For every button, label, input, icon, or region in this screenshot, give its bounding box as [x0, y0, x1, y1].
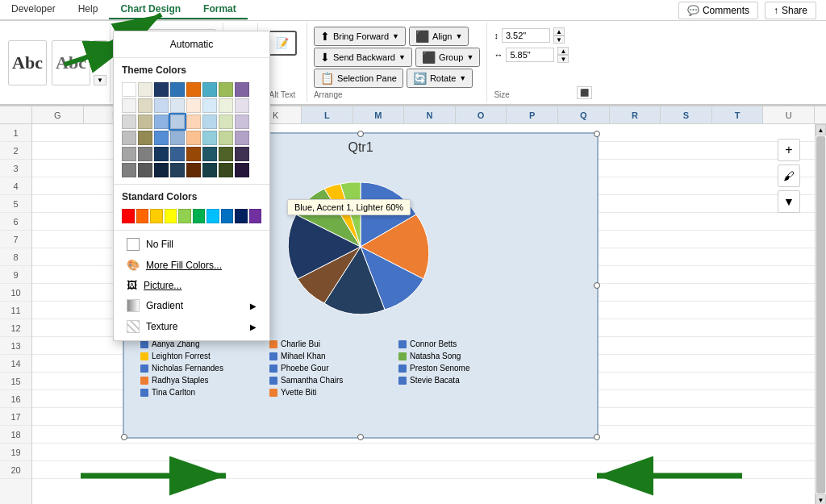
color-632b04[interactable]	[186, 163, 201, 177]
std-color-yellow[interactable]	[165, 209, 177, 223]
color-92cddc[interactable]	[202, 131, 217, 145]
color-95b3d7[interactable]	[170, 131, 185, 145]
color-b8cce4[interactable]	[170, 115, 185, 129]
color-0f243e[interactable]	[154, 163, 169, 177]
abc-button-1[interactable]: Abc	[8, 40, 47, 85]
color-4bacc6[interactable]	[202, 82, 217, 97]
color-fac090[interactable]	[186, 131, 201, 145]
std-color-sky[interactable]	[206, 209, 219, 223]
height-down[interactable]: ▼	[553, 35, 565, 44]
color-24405b[interactable]	[170, 163, 185, 177]
color-8db3e2[interactable]	[154, 115, 169, 129]
color-d8d8d8[interactable]	[122, 115, 136, 129]
std-color-blue[interactable]	[221, 209, 234, 223]
color-dce6f1[interactable]	[170, 98, 185, 113]
std-color-red[interactable]	[122, 209, 135, 223]
color-ddd9c3[interactable]	[138, 98, 152, 113]
handle-mr[interactable]	[594, 282, 600, 289]
selection-pane-button[interactable]: 📋 Selection Pane	[314, 69, 403, 88]
tab-help[interactable]: Help	[67, 0, 110, 19]
color-e5dfec[interactable]	[235, 98, 249, 113]
std-color-purple[interactable]	[249, 209, 262, 223]
color-b2a2c7[interactable]	[235, 131, 249, 145]
color-3a4a1e[interactable]	[219, 163, 233, 177]
col-q: Q	[558, 106, 610, 123]
handle-tr[interactable]	[594, 131, 600, 137]
height-input[interactable]	[502, 28, 550, 43]
color-d6eaf8[interactable]	[202, 98, 217, 113]
color-9bbb59[interactable]	[219, 82, 233, 97]
tab-chart-design[interactable]: Chart Design	[109, 0, 192, 19]
color-938953[interactable]	[138, 131, 152, 145]
color-a5a5a5[interactable]	[122, 147, 136, 161]
handle-bm[interactable]	[357, 434, 364, 440]
color-548dd4[interactable]	[154, 131, 169, 145]
no-fill-option[interactable]: No Fill	[114, 234, 269, 255]
color-ebf1dd[interactable]	[219, 98, 233, 113]
automatic-option[interactable]: Automatic	[114, 35, 269, 54]
color-1f3864[interactable]	[154, 82, 169, 97]
tab-developer[interactable]: Developer	[0, 0, 67, 19]
color-7f7f7f-2[interactable]	[122, 163, 136, 177]
texture-option[interactable]: Texture ▶	[114, 316, 269, 337]
chart-styles-button[interactable]: 🖌	[778, 165, 800, 187]
color-bfbfbf[interactable]	[122, 131, 136, 145]
bring-forward-button[interactable]: ⬆ Bring Forward ▼	[314, 27, 406, 46]
color-b7d7eb[interactable]	[202, 115, 217, 129]
color-366092[interactable]	[170, 147, 185, 161]
color-17375e[interactable]	[154, 147, 169, 161]
std-color-gold[interactable]	[150, 209, 163, 223]
share-button[interactable]: ↑ Share	[765, 2, 816, 19]
color-d7e4bc[interactable]	[219, 115, 233, 129]
color-fbd5b5[interactable]	[186, 115, 201, 129]
std-color-green[interactable]	[193, 209, 206, 223]
chart-filter-button[interactable]: ▼	[778, 190, 800, 213]
picture-option[interactable]: 🖼 Picture...	[114, 275, 269, 295]
color-white[interactable]	[122, 82, 136, 97]
abc-button-2[interactable]: Abc	[52, 40, 90, 85]
handle-tm[interactable]	[357, 131, 364, 137]
size-expand-button[interactable]: ⬛	[577, 86, 592, 99]
width-input[interactable]	[506, 48, 554, 62]
scroll-down-btn[interactable]: ▼	[94, 75, 106, 85]
std-color-orange[interactable]	[136, 209, 149, 223]
align-button[interactable]: ⬛ Align ▼	[409, 27, 469, 46]
color-163f48[interactable]	[202, 163, 217, 177]
scroll-up-btn[interactable]: ▲	[94, 40, 106, 51]
std-color-navy[interactable]	[235, 209, 248, 223]
height-up[interactable]: ▲	[553, 27, 565, 35]
comments-button[interactable]: 💬 Comments	[678, 2, 758, 19]
color-8064a2[interactable]	[235, 82, 249, 97]
color-eeece1[interactable]	[138, 82, 152, 97]
color-c6d9f0[interactable]	[154, 98, 169, 113]
send-backward-button[interactable]: ⬇ Send Backward ▼	[314, 48, 412, 67]
more-fill-colors-option[interactable]: 🎨 More Fill Colors...	[114, 255, 269, 275]
std-color-lime[interactable]	[178, 209, 191, 223]
width-up[interactable]: ▲	[557, 47, 569, 55]
width-down[interactable]: ▼	[557, 55, 569, 63]
color-595959[interactable]	[138, 163, 152, 177]
group-button[interactable]: ⬛ Group ▼	[415, 48, 481, 67]
scroll-up-button[interactable]: ▲	[816, 124, 826, 135]
color-3f3151[interactable]	[235, 147, 249, 161]
handle-bl[interactable]	[121, 434, 127, 440]
gradient-option[interactable]: Gradient ▶	[114, 295, 269, 316]
color-ccc1da[interactable]	[235, 115, 249, 129]
chart-elements-button[interactable]: +	[778, 139, 800, 161]
color-e36c09[interactable]	[186, 82, 201, 97]
color-974706[interactable]	[186, 147, 201, 161]
scroll-down-button[interactable]: ▼	[816, 494, 826, 504]
color-215868[interactable]	[202, 147, 217, 161]
color-26173a[interactable]	[235, 163, 249, 177]
color-2e74b5[interactable]	[170, 82, 185, 97]
color-c3d69b[interactable]	[219, 131, 233, 145]
color-fdeada[interactable]	[186, 98, 201, 113]
color-f2f2f2[interactable]	[122, 98, 136, 113]
color-c4bd97[interactable]	[138, 115, 152, 129]
scroll-thumb[interactable]	[816, 136, 825, 494]
color-7f7f7f-1[interactable]	[138, 147, 152, 161]
color-4f6228[interactable]	[219, 147, 233, 161]
handle-br[interactable]	[594, 434, 600, 440]
tab-format[interactable]: Format	[192, 0, 248, 19]
rotate-button[interactable]: 🔄 Rotate ▼	[407, 69, 473, 88]
